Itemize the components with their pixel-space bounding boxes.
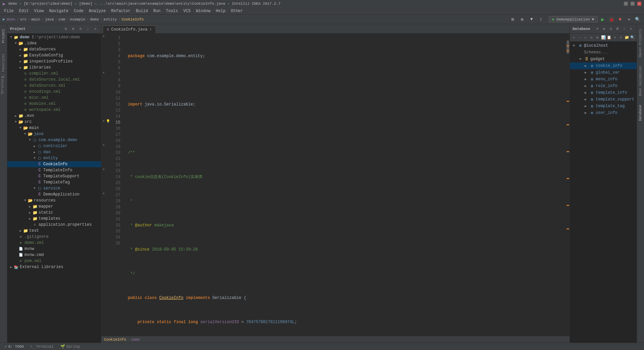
- fold-row-5[interactable]: ▼: [101, 34, 106, 40]
- tree-item-templates[interactable]: ▶ 📁 templates: [7, 216, 101, 222]
- tree-item-service[interactable]: ▼ ⬡ service: [7, 185, 101, 191]
- menu-other[interactable]: Other: [228, 8, 246, 14]
- tree-item-compiler-xml[interactable]: ⚙ compiler.xml: [7, 71, 101, 77]
- tree-item-dataSources[interactable]: ▶ 📁 dataSources: [7, 46, 101, 52]
- nav-btn-3[interactable]: ▼: [528, 16, 535, 23]
- code-editor[interactable]: ▼ ▼ ▼: [101, 34, 570, 336]
- nav-item-entity[interactable]: entity: [104, 17, 117, 21]
- nav-item-cookieinfo[interactable]: CookieInfo: [121, 17, 144, 21]
- search-button[interactable]: 🔍: [634, 16, 641, 23]
- menu-run[interactable]: Run: [151, 8, 163, 14]
- tree-item-ext-libs[interactable]: ▶ 📚 External Libraries: [7, 264, 101, 270]
- db-tb-btn-10[interactable]: 📁: [624, 35, 630, 41]
- db-item-template-info[interactable]: ▶ ▤ template_info: [570, 89, 637, 96]
- breadcrumb-name[interactable]: name: [131, 338, 140, 342]
- tree-item-package[interactable]: ▼ ⬡ com.example.demo: [7, 137, 101, 143]
- tree-item-main[interactable]: ▼ 📂 main: [7, 125, 101, 131]
- menu-build[interactable]: Build: [133, 8, 151, 14]
- tab-close-btn[interactable]: ×: [150, 28, 152, 32]
- tree-item-ds-xml[interactable]: ⚙ dataSources.xml: [7, 83, 101, 89]
- db-tb-btn-5[interactable]: ⚙: [595, 35, 600, 41]
- menu-vcs[interactable]: VCS: [181, 8, 194, 14]
- nav-item-src[interactable]: src: [20, 17, 27, 21]
- db-settings-btn[interactable]: ⚙: [608, 26, 614, 32]
- project-expand-btn[interactable]: ↕: [85, 26, 91, 32]
- db-tb-btn-1[interactable]: +: [571, 35, 577, 41]
- editor-tab-cookieinfo[interactable]: C CookieInfo.java ×: [103, 26, 156, 33]
- tree-item-java[interactable]: ▼ 📂 java: [7, 131, 101, 137]
- code-content[interactable]: package com.example.demo.entity; import …: [125, 34, 566, 336]
- tree-item-inspection[interactable]: ▶ 📁 inspectionProfiles: [7, 58, 101, 64]
- db-tb-btn-2[interactable]: -: [577, 35, 583, 41]
- nav-item-example[interactable]: example: [70, 17, 85, 21]
- nav-item-java[interactable]: java: [45, 17, 54, 21]
- tree-item-gitignore[interactable]: ⚙ .gitignore: [7, 234, 101, 240]
- fold-row-29[interactable]: ▼: [101, 167, 106, 173]
- db-collapse-btn[interactable]: ↕: [621, 26, 627, 32]
- tree-item-static[interactable]: ▶ 📁 static: [7, 210, 101, 216]
- menu-help[interactable]: Help: [213, 8, 228, 14]
- nav-item-demo[interactable]: demo: [6, 17, 15, 21]
- db-tb-btn-4[interactable]: ↻: [589, 35, 594, 41]
- left-tab-project[interactable]: Project: [1, 27, 6, 45]
- gutter-bulb-row[interactable]: 💡: [106, 118, 110, 124]
- tree-item-workspace-xml[interactable]: ⚙ workspace.xml: [7, 107, 101, 113]
- db-tb-btn-7[interactable]: 📋: [606, 35, 612, 41]
- breadcrumb-cookieinfo[interactable]: CookieInfo: [104, 338, 126, 342]
- build-button[interactable]: ⚒: [625, 16, 633, 23]
- tree-item-mvnw-cmd[interactable]: 📄 mvnw.cmd: [7, 252, 101, 258]
- project-close-btn[interactable]: ✕: [92, 26, 98, 32]
- structure-tab[interactable]: Structure: [0, 74, 7, 96]
- fold-row-11[interactable]: ▼: [101, 70, 106, 76]
- nav-btn-2[interactable]: ⚙: [519, 16, 526, 23]
- tree-item-misc-xml[interactable]: ⚙ misc.xml: [7, 95, 101, 101]
- tree-item-TemplateInfo[interactable]: C TemplateInfo: [7, 167, 101, 173]
- maximize-button[interactable]: □: [631, 2, 635, 6]
- menu-analyze[interactable]: Analyze: [86, 8, 108, 14]
- tree-item-mapper[interactable]: ▶ 📁 mapper: [7, 204, 101, 210]
- tree-item-demo-xml[interactable]: ⚙ demo.xml: [7, 240, 101, 246]
- project-layout-btn[interactable]: ⊞: [70, 26, 76, 32]
- tree-item-controller[interactable]: ▶ ⬡ controller: [7, 143, 101, 149]
- db-item-localhost[interactable]: ▼ 🖥 @localhost: [570, 42, 637, 49]
- tree-item-EasyCode[interactable]: ▶ 📁 EasyCodeConfig: [7, 52, 101, 58]
- menu-refactor[interactable]: Refactor: [108, 8, 133, 14]
- db-add-btn[interactable]: +: [594, 26, 600, 32]
- project-gear-btn[interactable]: ⚙: [63, 26, 69, 32]
- nav-btn-1[interactable]: ⊞: [509, 16, 517, 23]
- fold-row-21[interactable]: ▼: [101, 118, 106, 124]
- menu-view[interactable]: View: [32, 8, 47, 14]
- menu-code[interactable]: Code: [71, 8, 86, 14]
- db-tb-btn-3[interactable]: ✏: [583, 35, 588, 41]
- db-tb-btn-6[interactable]: 📊: [601, 35, 606, 41]
- menu-tools[interactable]: Tools: [163, 8, 181, 14]
- right-tab-database[interactable]: Database: [638, 103, 643, 123]
- db-item-template-tag[interactable]: ▶ ▤ template_tag: [570, 103, 637, 110]
- bottom-tab-terminal[interactable]: >_ Terminal: [29, 344, 56, 349]
- tree-item-enc-xml[interactable]: ⚙ encodings.xml: [7, 89, 101, 95]
- db-tb-btn-8[interactable]: ⬆: [612, 35, 618, 41]
- close-button[interactable]: ✕: [637, 2, 641, 6]
- tree-item-CookieInfo[interactable]: C CookieInfo: [7, 161, 101, 167]
- db-item-schemas[interactable]: Schemas...: [570, 49, 637, 56]
- db-item-gadget[interactable]: ▼ 🗄 gadget: [570, 56, 637, 62]
- nav-btn-4[interactable]: ↕: [537, 16, 545, 23]
- db-refresh-btn[interactable]: ↻: [601, 26, 607, 32]
- db-layout-btn[interactable]: ⊞: [614, 26, 621, 32]
- menu-window[interactable]: Window: [193, 8, 213, 14]
- tree-item-src[interactable]: ▼ 📂 src: [7, 119, 101, 125]
- debug-button[interactable]: 🐞: [608, 16, 615, 23]
- nav-item-com[interactable]: com: [58, 17, 65, 21]
- db-tb-btn-9[interactable]: ⬇: [618, 35, 624, 41]
- project-settings-btn[interactable]: ⚙: [77, 26, 84, 32]
- menu-file[interactable]: File: [1, 8, 16, 14]
- tree-item-pom-xml[interactable]: ⚙ pom.xml: [7, 258, 101, 264]
- tree-item-dao[interactable]: ▶ ⬡ dao: [7, 149, 101, 155]
- tree-item-dslocal-xml[interactable]: ⚙ dataSources.local.xml: [7, 77, 101, 83]
- code-scrollbar[interactable]: [566, 34, 570, 336]
- tree-item-mvn[interactable]: ▶ 📁 .mvn: [7, 113, 101, 119]
- fold-row-25[interactable]: ▼: [101, 142, 106, 148]
- bulb-icon[interactable]: 💡: [106, 119, 110, 123]
- db-item-cookie-info[interactable]: ▶ ▤ cookie_info: [570, 62, 637, 69]
- right-tab-maven[interactable]: Maven Projects: [638, 27, 643, 59]
